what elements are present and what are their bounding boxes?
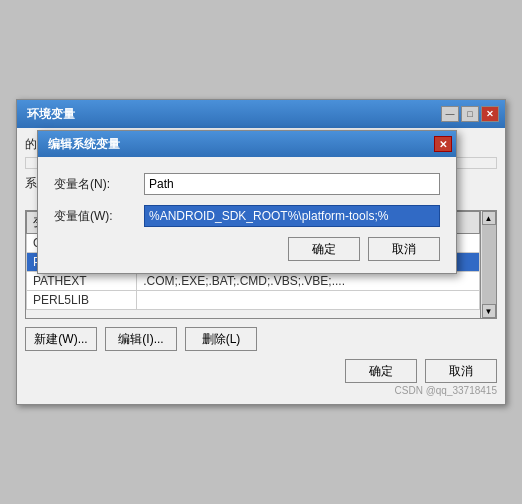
inner-dialog-buttons: 确定 取消 xyxy=(54,237,440,261)
var-value-row: 变量值(W): xyxy=(54,205,440,227)
table-row[interactable]: PATHEXT .COM;.EXE;.BAT;.CMD;.VBS;.VBE;..… xyxy=(27,272,480,291)
scroll-thumb[interactable] xyxy=(482,225,496,304)
var-name-label: 变量名(N): xyxy=(54,176,144,193)
scroll-down-button[interactable]: ▼ xyxy=(482,304,496,318)
system-var-action-buttons: 新建(W)... 编辑(I)... 删除(L) xyxy=(25,327,497,351)
env-variables-window: 环境变量 — □ ✕ 的用户变量(U) 编辑系统变量 ✕ 变量名(N): xyxy=(16,99,506,405)
inner-cancel-button[interactable]: 取消 xyxy=(368,237,440,261)
cancel-button[interactable]: 取消 xyxy=(425,359,497,383)
var-value-input[interactable] xyxy=(144,205,440,227)
var-perl5lib-name: PERL5LIB xyxy=(27,291,137,310)
var-pathext-value: .COM;.EXE;.BAT;.CMD;.VBS;.VBE;.... xyxy=(137,272,480,291)
inner-close-button[interactable]: ✕ xyxy=(434,136,452,152)
bottom-buttons: 确定 取消 xyxy=(25,359,497,383)
inner-titlebar: 编辑系统变量 ✕ xyxy=(38,131,456,157)
var-perl5lib-value xyxy=(137,291,480,310)
close-button[interactable]: ✕ xyxy=(481,106,499,122)
var-name-input[interactable] xyxy=(144,173,440,195)
outer-window-title: 环境变量 xyxy=(27,106,75,123)
edit-system-var-dialog: 编辑系统变量 ✕ 变量名(N): 变量值(W): 确定 取消 xyxy=(37,130,457,274)
new-system-var-button[interactable]: 新建(W)... xyxy=(25,327,97,351)
maximize-button[interactable]: □ xyxy=(461,106,479,122)
var-value-label: 变量值(W): xyxy=(54,208,144,225)
ok-button[interactable]: 确定 xyxy=(345,359,417,383)
outer-titlebar: 环境变量 — □ ✕ xyxy=(17,100,505,128)
inner-dialog-title: 编辑系统变量 xyxy=(48,136,120,153)
csdn-watermark: CSDN @qq_33718415 xyxy=(25,385,497,396)
var-name-row: 变量名(N): xyxy=(54,173,440,195)
edit-system-var-button[interactable]: 编辑(I)... xyxy=(105,327,177,351)
outer-window-body: 的用户变量(U) 编辑系统变量 ✕ 变量名(N): 变量值(W): xyxy=(17,128,505,404)
var-pathext-name: PATHEXT xyxy=(27,272,137,291)
outer-titlebar-buttons: — □ ✕ xyxy=(441,106,499,122)
minimize-button[interactable]: — xyxy=(441,106,459,122)
table-row[interactable]: PERL5LIB xyxy=(27,291,480,310)
scroll-up-button[interactable]: ▲ xyxy=(482,211,496,225)
inner-dialog-body: 变量名(N): 变量值(W): 确定 取消 xyxy=(38,157,456,273)
delete-system-var-button[interactable]: 删除(L) xyxy=(185,327,257,351)
scrollbar-vertical[interactable]: ▲ ▼ xyxy=(480,211,496,318)
inner-ok-button[interactable]: 确定 xyxy=(288,237,360,261)
